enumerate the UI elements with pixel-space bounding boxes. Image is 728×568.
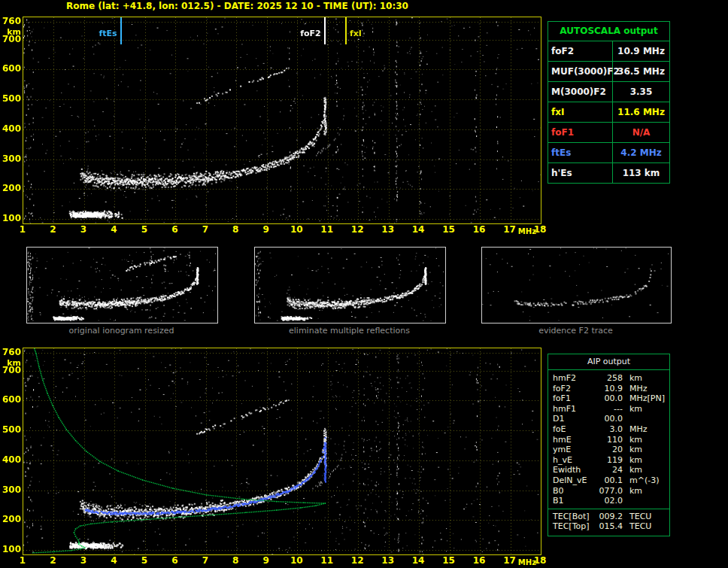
aip-row: h_vE119km [553, 455, 666, 466]
row-value: 00.0 [596, 393, 623, 404]
aip-row: DelN_vE00.1m^(-3) [553, 475, 666, 486]
x-axis-tick: 2 [50, 555, 56, 566]
thumbnail-cleaned-canvas [255, 248, 444, 321]
row-label: Ewidth [553, 465, 596, 475]
table-row: h'Es113 km [548, 163, 669, 183]
row-unit: MHz [623, 393, 648, 404]
x-axis-tick: 4 [111, 555, 117, 566]
aip-row: B0077.0km [553, 486, 666, 497]
row-label: foF1 [548, 123, 613, 142]
table-row: ftEs4.2 MHz [548, 143, 669, 163]
aip-row: ymE20km [553, 445, 666, 455]
thumbnail-f2-canvas [482, 248, 669, 321]
y-axis-tick: 760 [1, 347, 21, 357]
row-label: TEC[Top] [553, 521, 596, 532]
row-unit: TECU [623, 512, 651, 522]
thumbnail-original-canvas [27, 248, 216, 321]
x-axis-tick: 10 [290, 224, 303, 235]
y-axis-tick: 100 [1, 544, 21, 554]
aip-row: B102.0 [553, 496, 666, 506]
autoscala-rows: foF210.9 MHzMUF(3000)F236.5 MHzM(3000)F2… [548, 41, 669, 183]
row-unit: TECU [623, 521, 651, 532]
row-value: 3.0 [596, 424, 623, 435]
profile-ionogram-canvas [23, 348, 541, 554]
row-label: h_vE [553, 455, 596, 466]
x-axis-tick: 14 [412, 555, 425, 566]
row-label: DelN_vE [553, 475, 596, 486]
thumbnail-cleaned-ionogram [254, 247, 446, 323]
x-axis-tick: 14 [412, 224, 425, 235]
row-unit: km [623, 404, 642, 415]
x-axis-tick: 5 [141, 224, 147, 235]
aip-row: hmF1---km [553, 404, 666, 415]
aip-row: foF100.0MHz[PN] [553, 393, 666, 404]
x-axis-tick: 4 [111, 224, 117, 235]
row-label: foF2 [553, 384, 596, 394]
row-value: 10.9 [596, 384, 623, 394]
row-unit: m^(-3) [623, 475, 659, 486]
row-label: B1 [553, 496, 596, 506]
row-label: B0 [553, 486, 596, 497]
table-row: foF1N/A [548, 123, 669, 143]
x-axis-tick: 11 [320, 224, 333, 235]
aip-row: foE3.0MHz [553, 424, 666, 435]
row-label: TEC[Bot] [553, 512, 596, 522]
x-axis-tick: 12 [351, 555, 364, 566]
row-label: MUF(3000)F2 [548, 62, 613, 81]
x-axis-tick: 10 [290, 555, 303, 566]
table-row: fxI11.6 MHz [548, 102, 669, 123]
marker-line-fof2 [324, 17, 326, 44]
x-axis-tick: 17 [503, 555, 516, 566]
y-axis-unit: km [1, 27, 21, 38]
marker-line-ftes [120, 17, 122, 44]
profile-ionogram-plot [23, 348, 541, 555]
thumbnail-f2-trace [481, 247, 672, 323]
row-label: M(3000)F2 [548, 82, 613, 102]
x-axis-tick: 9 [263, 224, 269, 235]
x-axis-unit: MHz [518, 227, 536, 235]
x-axis-tick: 2 [50, 224, 56, 235]
row-value: 11.6 MHz [613, 102, 669, 122]
table-row: M(3000)F23.35 [548, 82, 669, 102]
x-axis-tick: 13 [381, 555, 394, 566]
table-row: MUF(3000)F236.5 MHz [548, 62, 669, 82]
row-label: foF2 [548, 41, 613, 61]
thumbnail-caption: evidence F2 trace [481, 326, 670, 336]
x-axis-tick: 16 [473, 555, 486, 566]
row-value: 24 [596, 465, 623, 475]
row-value: 015.4 [596, 521, 623, 532]
aip-row: D100.0 [553, 414, 666, 424]
row-unit: km [623, 486, 642, 497]
x-axis-tick: 1 [20, 224, 26, 235]
row-label: foF1 [553, 393, 596, 404]
row-unit: km [623, 435, 642, 445]
aip-row: hmF2258km [553, 373, 666, 384]
marker-label-fxi: fxI [350, 29, 362, 38]
marker-line-fxi [345, 17, 347, 44]
row-unit: km [623, 465, 642, 475]
x-axis-tick: 8 [232, 224, 238, 235]
autoscala-panel-title: AUTOSCALA output [548, 22, 669, 41]
marker-label-ftes: ftEs [99, 29, 117, 38]
aip-row: hmE110km [553, 435, 666, 445]
y-axis-tick: 600 [1, 394, 21, 405]
aip-row: TEC[Top]015.4TECU [553, 521, 666, 532]
row-value: 113 km [613, 163, 669, 183]
row-label: D1 [553, 414, 596, 424]
y-axis-tick: 400 [1, 123, 21, 134]
x-axis-tick: 15 [442, 224, 455, 235]
marker-label-fof2: foF2 [300, 29, 321, 38]
row-value: 077.0 [596, 486, 623, 497]
x-axis-tick: 11 [320, 555, 333, 566]
thumbnail-caption: eliminate multiple reflections [254, 326, 444, 336]
row-label: fxI [548, 102, 613, 122]
aip-panel-title: AIP output [548, 354, 669, 370]
row-value: 10.9 MHz [613, 41, 669, 61]
thumbnail-caption: original ionogram resized [26, 326, 217, 336]
x-axis-tick: 12 [351, 224, 364, 235]
row-value: 02.0 [596, 496, 623, 506]
row-value: N/A [613, 123, 669, 142]
x-axis-tick: 3 [80, 555, 86, 566]
aip-divider [548, 509, 669, 509]
autoscala-output-panel: AUTOSCALA output foF210.9 MHzMUF(3000)F2… [548, 21, 670, 184]
